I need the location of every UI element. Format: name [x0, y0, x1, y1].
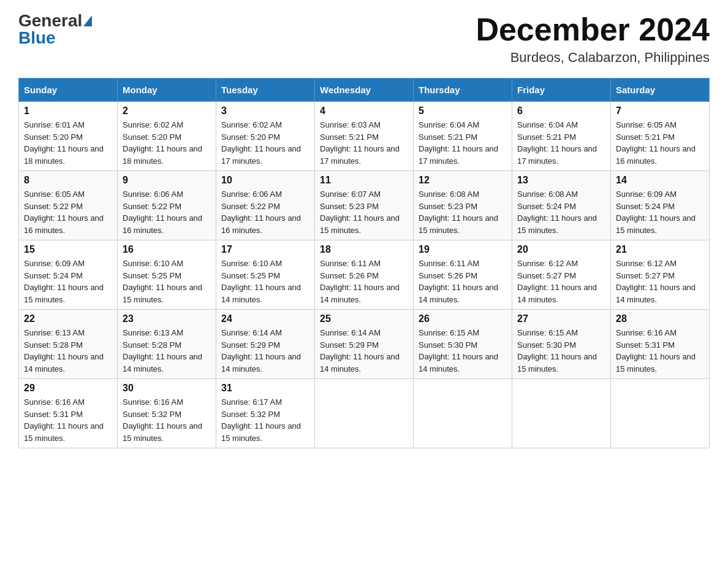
day-number: 26	[419, 313, 507, 324]
calendar-cell: 30 Sunrise: 6:16 AM Sunset: 5:32 PM Dayl…	[118, 379, 216, 448]
calendar-cell: 6 Sunrise: 6:04 AM Sunset: 5:21 PM Dayli…	[512, 102, 611, 171]
calendar-cell: 26 Sunrise: 6:15 AM Sunset: 5:30 PM Dayl…	[414, 310, 512, 379]
calendar-cell: 19 Sunrise: 6:11 AM Sunset: 5:26 PM Dayl…	[414, 240, 512, 310]
col-header-thursday: Thursday	[414, 79, 512, 102]
sunrise-label: Sunrise: 6:06 AM	[221, 190, 282, 199]
sunset-label: Sunset: 5:29 PM	[221, 340, 280, 350]
sunrise-label: Sunrise: 6:09 AM	[616, 190, 677, 199]
calendar-cell: 18 Sunrise: 6:11 AM Sunset: 5:26 PM Dayl…	[315, 240, 414, 310]
day-info: Sunrise: 6:12 AM Sunset: 5:27 PM Dayligh…	[616, 258, 704, 305]
day-number: 17	[221, 244, 309, 255]
day-number: 16	[123, 244, 211, 255]
day-info: Sunrise: 6:16 AM Sunset: 5:32 PM Dayligh…	[123, 396, 211, 444]
sunset-label: Sunset: 5:32 PM	[123, 410, 181, 419]
daylight-label: Daylight: 11 hours and 18 minutes.	[24, 144, 104, 166]
col-header-monday: Monday	[118, 79, 216, 102]
daylight-label: Daylight: 11 hours and 14 minutes.	[123, 352, 202, 373]
sunrise-label: Sunrise: 6:08 AM	[517, 190, 578, 199]
sunset-label: Sunset: 5:21 PM	[419, 132, 477, 142]
daylight-label: Daylight: 11 hours and 15 minutes.	[419, 213, 498, 235]
calendar-cell: 29 Sunrise: 6:16 AM Sunset: 5:31 PM Dayl…	[19, 379, 118, 448]
sunrise-label: Sunrise: 6:02 AM	[221, 120, 282, 129]
sunrise-label: Sunrise: 6:16 AM	[123, 397, 183, 407]
day-info: Sunrise: 6:12 AM Sunset: 5:27 PM Dayligh…	[517, 258, 605, 305]
daylight-label: Daylight: 11 hours and 14 minutes.	[517, 283, 597, 304]
calendar-table: SundayMondayTuesdayWednesdayThursdayFrid…	[18, 78, 710, 448]
daylight-label: Daylight: 11 hours and 16 minutes.	[24, 213, 104, 235]
sunrise-label: Sunrise: 6:14 AM	[221, 328, 282, 337]
day-info: Sunrise: 6:11 AM Sunset: 5:26 PM Dayligh…	[320, 258, 408, 305]
day-info: Sunrise: 6:14 AM Sunset: 5:29 PM Dayligh…	[320, 327, 408, 375]
sunset-label: Sunset: 5:32 PM	[221, 410, 280, 419]
calendar-cell: 2 Sunrise: 6:02 AM Sunset: 5:20 PM Dayli…	[118, 102, 216, 171]
calendar-week-1: 1 Sunrise: 6:01 AM Sunset: 5:20 PM Dayli…	[19, 102, 710, 171]
day-number: 4	[320, 105, 408, 117]
daylight-label: Daylight: 11 hours and 14 minutes.	[221, 352, 301, 373]
calendar-cell: 12 Sunrise: 6:08 AM Sunset: 5:23 PM Dayl…	[414, 171, 512, 240]
daylight-label: Daylight: 11 hours and 15 minutes.	[517, 352, 597, 373]
logo-triangle-icon	[83, 15, 92, 26]
sunset-label: Sunset: 5:22 PM	[24, 202, 83, 211]
sunset-label: Sunset: 5:20 PM	[123, 132, 181, 142]
day-info: Sunrise: 6:16 AM Sunset: 5:31 PM Dayligh…	[24, 396, 112, 444]
col-header-wednesday: Wednesday	[315, 79, 414, 102]
sunrise-label: Sunrise: 6:12 AM	[616, 259, 677, 268]
day-info: Sunrise: 6:15 AM Sunset: 5:30 PM Dayligh…	[517, 327, 605, 375]
sunrise-label: Sunrise: 6:11 AM	[320, 259, 381, 268]
day-number: 12	[419, 175, 507, 186]
daylight-label: Daylight: 11 hours and 16 minutes.	[221, 213, 301, 235]
calendar-cell: 17 Sunrise: 6:10 AM Sunset: 5:25 PM Dayl…	[216, 240, 315, 310]
calendar-cell: 31 Sunrise: 6:17 AM Sunset: 5:32 PM Dayl…	[216, 379, 315, 448]
daylight-label: Daylight: 11 hours and 14 minutes.	[616, 283, 696, 304]
month-title: December 2024	[476, 12, 710, 47]
calendar-cell: 9 Sunrise: 6:06 AM Sunset: 5:22 PM Dayli…	[118, 171, 216, 240]
sunrise-label: Sunrise: 6:09 AM	[24, 259, 85, 268]
daylight-label: Daylight: 11 hours and 15 minutes.	[221, 421, 301, 443]
sunrise-label: Sunrise: 6:10 AM	[221, 259, 282, 268]
calendar-cell	[512, 379, 611, 448]
day-info: Sunrise: 6:11 AM Sunset: 5:26 PM Dayligh…	[419, 258, 507, 305]
daylight-label: Daylight: 11 hours and 15 minutes.	[517, 213, 597, 235]
sunset-label: Sunset: 5:27 PM	[517, 271, 576, 280]
calendar-cell: 27 Sunrise: 6:15 AM Sunset: 5:30 PM Dayl…	[512, 310, 611, 379]
logo: General Blue	[18, 12, 92, 47]
day-number: 24	[221, 313, 309, 324]
day-number: 3	[221, 105, 309, 117]
sunset-label: Sunset: 5:25 PM	[221, 271, 280, 280]
sunrise-label: Sunrise: 6:01 AM	[24, 120, 85, 129]
day-info: Sunrise: 6:15 AM Sunset: 5:30 PM Dayligh…	[419, 327, 507, 375]
day-number: 8	[24, 175, 112, 186]
sunrise-label: Sunrise: 6:07 AM	[320, 190, 381, 199]
calendar-cell: 13 Sunrise: 6:08 AM Sunset: 5:24 PM Dayl…	[512, 171, 611, 240]
sunset-label: Sunset: 5:28 PM	[24, 340, 83, 350]
day-number: 10	[221, 175, 309, 186]
sunset-label: Sunset: 5:29 PM	[320, 340, 379, 350]
day-number: 15	[24, 244, 112, 255]
calendar-cell: 10 Sunrise: 6:06 AM Sunset: 5:22 PM Dayl…	[216, 171, 315, 240]
day-info: Sunrise: 6:02 AM Sunset: 5:20 PM Dayligh…	[123, 119, 211, 167]
calendar-cell: 22 Sunrise: 6:13 AM Sunset: 5:28 PM Dayl…	[19, 310, 118, 379]
sunrise-label: Sunrise: 6:17 AM	[221, 397, 282, 407]
sunrise-label: Sunrise: 6:05 AM	[616, 120, 677, 129]
sunrise-label: Sunrise: 6:14 AM	[320, 328, 381, 337]
title-section: December 2024 Burdeos, Calabarzon, Phili…	[476, 12, 710, 66]
day-info: Sunrise: 6:09 AM Sunset: 5:24 PM Dayligh…	[616, 188, 704, 236]
daylight-label: Daylight: 11 hours and 14 minutes.	[419, 283, 498, 304]
daylight-label: Daylight: 11 hours and 15 minutes.	[320, 213, 400, 235]
sunrise-label: Sunrise: 6:11 AM	[419, 259, 479, 268]
day-number: 19	[419, 244, 507, 255]
daylight-label: Daylight: 11 hours and 15 minutes.	[616, 213, 696, 235]
sunset-label: Sunset: 5:24 PM	[24, 271, 83, 280]
col-header-saturday: Saturday	[611, 79, 710, 102]
location-subtitle: Burdeos, Calabarzon, Philippines	[476, 50, 710, 66]
sunset-label: Sunset: 5:22 PM	[123, 202, 181, 211]
calendar-cell: 14 Sunrise: 6:09 AM Sunset: 5:24 PM Dayl…	[611, 171, 710, 240]
day-number: 27	[517, 313, 605, 324]
calendar-cell: 24 Sunrise: 6:14 AM Sunset: 5:29 PM Dayl…	[216, 310, 315, 379]
col-header-sunday: Sunday	[19, 79, 118, 102]
sunset-label: Sunset: 5:27 PM	[616, 271, 675, 280]
daylight-label: Daylight: 11 hours and 14 minutes.	[221, 283, 301, 304]
day-info: Sunrise: 6:10 AM Sunset: 5:25 PM Dayligh…	[123, 258, 211, 305]
day-number: 31	[221, 383, 309, 394]
day-info: Sunrise: 6:06 AM Sunset: 5:22 PM Dayligh…	[123, 188, 211, 236]
